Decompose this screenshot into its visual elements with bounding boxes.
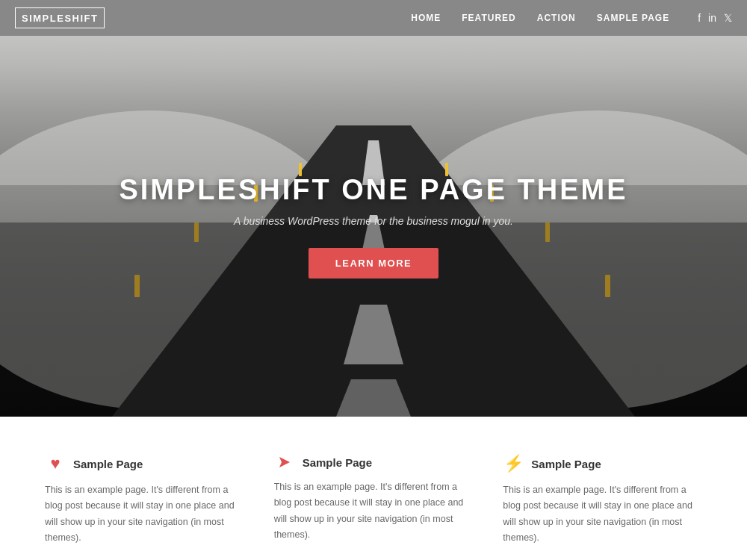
hero-subtitle: A business WordPress theme for the busin… bbox=[119, 215, 627, 227]
feature-text-1: This is an example page. It's different … bbox=[45, 482, 244, 546]
features-section: ♥ Sample Page This is an example page. I… bbox=[0, 417, 747, 560]
nav-home[interactable]: HOME bbox=[411, 13, 441, 23]
site-header: SIMPLESHIFT HOME FEATURED ACTION SAMPLE … bbox=[0, 0, 747, 36]
nav-featured[interactable]: FEATURED bbox=[462, 13, 515, 23]
logo-box: SIMPLESHIFT bbox=[15, 7, 105, 28]
feature-header-2: Sample Page bbox=[274, 454, 474, 470]
linkedin-icon[interactable]: in bbox=[708, 12, 716, 24]
feature-text-2: This is an example page. It's different … bbox=[274, 479, 474, 543]
learn-more-button[interactable]: LEARN MORE bbox=[309, 248, 438, 279]
heart-icon: ♥ bbox=[45, 454, 66, 473]
bolt-icon: ⚡ bbox=[503, 454, 524, 473]
feature-title-1: Sample Page bbox=[73, 458, 143, 470]
feature-text-3: This is an example page. It's different … bbox=[503, 482, 702, 546]
feature-header-1: ♥ Sample Page bbox=[45, 454, 244, 473]
hero-title: SIMPLESHIFT ONE PAGE THEME bbox=[119, 174, 627, 206]
hero-section: SIMPLESHIFT ONE PAGE THEME A business Wo… bbox=[0, 36, 747, 417]
nav-action[interactable]: ACTION bbox=[537, 13, 576, 23]
svg-marker-17 bbox=[279, 457, 290, 467]
nav-sample-page[interactable]: SAMPLE PAGE bbox=[597, 13, 669, 23]
logo-text: SIMPLESHIFT bbox=[22, 13, 98, 24]
feature-title-3: Sample Page bbox=[531, 458, 601, 470]
facebook-icon[interactable]: f bbox=[698, 12, 701, 24]
feature-item-2: Sample Page This is an example page. It'… bbox=[274, 454, 474, 546]
arrow-icon bbox=[274, 454, 295, 470]
social-links: f in 𝕏 bbox=[698, 12, 732, 24]
feature-item-1: ♥ Sample Page This is an example page. I… bbox=[45, 454, 244, 546]
feature-title-2: Sample Page bbox=[303, 456, 372, 469]
main-nav: HOME FEATURED ACTION SAMPLE PAGE f in 𝕏 bbox=[411, 12, 732, 24]
twitter-icon[interactable]: 𝕏 bbox=[724, 12, 732, 24]
feature-header-3: ⚡ Sample Page bbox=[503, 454, 702, 473]
feature-item-3: ⚡ Sample Page This is an example page. I… bbox=[503, 454, 702, 546]
hero-content: SIMPLESHIFT ONE PAGE THEME A business Wo… bbox=[119, 174, 627, 279]
